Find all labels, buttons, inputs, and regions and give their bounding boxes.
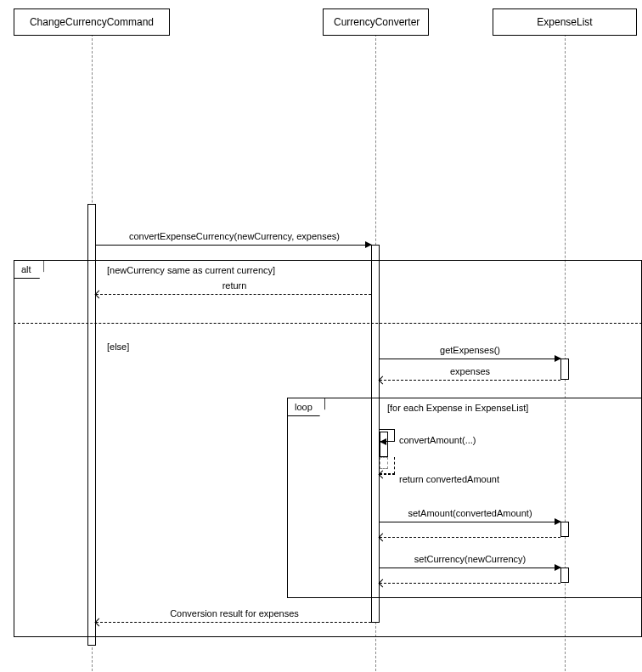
msg-set-amount-return: [380, 537, 560, 538]
participant-expense-list: ExpenseList: [493, 8, 637, 36]
msg-label-2: return: [107, 280, 362, 291]
msg-label-6: return convertedAmount: [399, 474, 499, 484]
msg-convert-expense: [96, 245, 371, 246]
participant-label: CurrencyConverter: [334, 16, 420, 28]
msg-label-9: Conversion result for expenses: [107, 608, 362, 618]
participant-label: ChangeCurrencyCommand: [30, 16, 154, 28]
msg-label-5: convertAmount(...): [399, 435, 476, 445]
msg-conversion-result: [96, 622, 371, 623]
guard-else: [else]: [107, 342, 129, 352]
msg-convert-amount: [380, 429, 395, 442]
msg-label-3: getExpenses(): [380, 345, 560, 355]
msg-set-currency-return: [380, 583, 560, 584]
msg-converted-return: [380, 474, 395, 475]
guard-loop: [for each Expense in ExpenseList]: [387, 403, 528, 413]
loop-label: loop: [288, 398, 325, 416]
msg-expenses-return: [380, 380, 560, 381]
participant-label: ExpenseList: [537, 16, 592, 28]
msg-return-1: [96, 294, 371, 295]
msg-get-expenses: [380, 359, 560, 359]
activation-p3-3: [560, 568, 569, 583]
alt-label: alt: [14, 261, 44, 279]
participant-change-currency-command: ChangeCurrencyCommand: [14, 8, 170, 36]
msg-label-4: expenses: [380, 366, 560, 376]
activation-p3-2: [560, 522, 569, 537]
guard-same-currency: [newCurrency same as current currency]: [107, 265, 275, 275]
participant-currency-converter: CurrencyConverter: [323, 8, 429, 36]
msg-label-1: convertExpenseCurrency(newCurrency, expe…: [107, 231, 362, 241]
msg-label-7: setAmount(convertedAmount): [380, 508, 560, 518]
msg-set-currency: [380, 568, 560, 568]
alt-divider: [14, 323, 642, 324]
msg-set-amount: [380, 522, 560, 522]
sequence-diagram: ChangeCurrencyCommand CurrencyConverter …: [8, 8, 642, 672]
activation-p3-1: [560, 359, 569, 380]
msg-label-8: setCurrency(newCurrency): [380, 554, 560, 564]
